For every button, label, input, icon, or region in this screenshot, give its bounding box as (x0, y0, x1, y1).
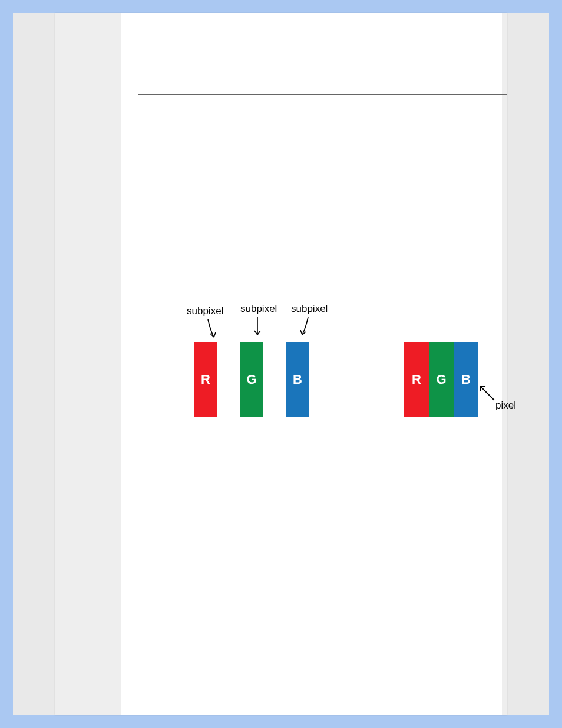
pixel-label: pixel (495, 400, 516, 411)
subpixel-label-r: subpixel (187, 305, 223, 317)
subpixel-label-b: subpixel (291, 303, 328, 315)
arrow-icon (295, 315, 313, 338)
page-right-margin (502, 13, 507, 715)
arrow-icon (204, 317, 222, 341)
document-page: subpixel subpixel subpixel (55, 13, 507, 715)
subpixel-group: R G B (194, 342, 309, 417)
subpixel-label-g: subpixel (240, 303, 277, 315)
arrow-icon (477, 383, 498, 403)
arrow-icon (249, 315, 267, 338)
pixel-block-g: G (429, 342, 454, 417)
horizontal-rule (138, 94, 507, 95)
subpixel-block-b: B (286, 342, 309, 417)
rgb-subpixel-diagram: subpixel subpixel subpixel (132, 290, 495, 443)
pixel-block-r: R (404, 342, 429, 417)
subpixel-block-g: G (240, 342, 263, 417)
pixel-block-b: B (454, 342, 478, 417)
subpixel-block-r: R (194, 342, 217, 417)
outer-frame: subpixel subpixel subpixel (13, 13, 549, 715)
pixel-group: R G B (404, 342, 478, 417)
page-left-margin (55, 13, 121, 715)
